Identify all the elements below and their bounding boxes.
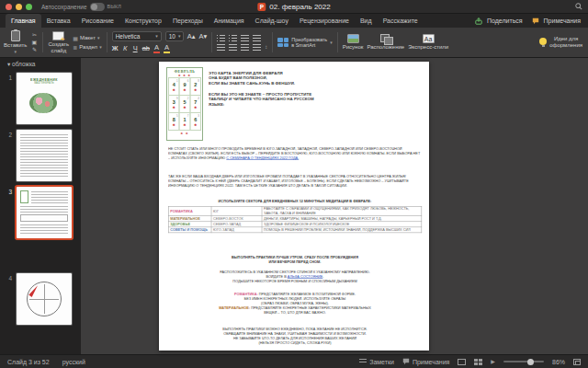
tab-8[interactable]: Рецензирование [294,14,355,28]
decrease-font-button[interactable]: А▾ [198,33,207,40]
ribbon-tab-list: ГлавнаяВставкаРисованиеКонструкторПерехо… [6,14,424,28]
numbering-icon[interactable] [229,35,237,41]
layout-label: Макет [80,35,96,40]
close-window-button[interactable] [6,4,12,10]
increase-indent-icon[interactable] [253,35,261,41]
meditation-table-body: РОМАНТИКАЮГРАБОТАЙТЕ С ОБРАЗАМИ И ОЩУЩЕН… [168,206,421,233]
slide-editing-canvas[interactable]: ФЕВРАЛЬ ✽ ✽ ✽ 41✽96✽28✽39✽52✽74✽85✽17✽63… [81,58,588,354]
tab-2[interactable]: Вставка [41,14,76,28]
new-slide-label: Создать слайд [48,41,69,53]
smartart-button[interactable]: Преобразовать в SmartArt ▾ [277,37,333,48]
layout-button[interactable]: ▦ Макет ▾ [73,35,101,41]
paragraph-2-textbox[interactable]: ТАК ЖЕ ЕСЛИ ВАША ВХОДНАЯ ДВЕРЬ ИЛИ ИЗГОЛ… [168,174,422,199]
paragraph-1-textbox[interactable]: НЕ СТОИТ СПАТЬ ИЛИ МНОГО ПРОВОДИТЬ ВРЕМЕ… [168,146,422,171]
table-title: ИСПОЛЬЗУЙТЕ СЕКТОРА ДЛЯ ЕЖЕДНЕВНЫХ 12 МИ… [168,199,422,203]
slide-number: 3 [2,189,12,195]
font-size-select[interactable]: 10 ▾ [165,31,184,41]
new-slide-button[interactable]: Создать слайд [48,31,69,53]
final-note-textbox[interactable]: ВЫПОЛНЯТЬ ПРАКТИКИ МОЖНО ЕЖЕДНЕВНО, ПОКА… [168,327,422,360]
section-name: обложка [12,61,35,67]
design-ideas-button[interactable]: Идеи для оформления [539,36,584,48]
tab-10[interactable]: Расскажите [378,14,424,28]
font-name-select[interactable]: Helvetica ▾ [112,31,162,41]
energy-card[interactable]: ФЕВРАЛЬ ✽ ✽ ✽ 41✽96✽28✽39✽52✽74✽85✽17✽63… [166,67,203,141]
section-icon: ≣ [73,44,77,51]
picture-button[interactable]: Рисунок [343,34,364,51]
format-painter-icon[interactable]: ✎ [30,47,38,52]
titlebar: Автосохранение ВЫКЛ P 02. февраль 2022 [0,0,588,14]
autosave-toggle[interactable] [90,3,105,11]
slide-thumbnail-panel: ▾ обложка 1 ЕЖЕДНЕВНИК ВАШ ФЕВРАЛЬ 2 3 4 [0,58,81,354]
ribbon-comments-button[interactable]: Примечания [532,14,581,28]
zoom-slider-knob[interactable] [527,359,534,365]
italic-button[interactable]: К [122,45,129,52]
zoom-window-button[interactable] [26,4,32,10]
current-slide[interactable]: ФЕВРАЛЬ ✽ ✽ ✽ 41✽96✽28✽39✽52✽74✽85✽17✽63… [159,62,429,351]
material-label: МАТЕРИАЛЬНОЕ: [219,306,250,310]
comments-icon [532,17,539,25]
slide-thumbnail-4[interactable] [17,273,72,325]
decrease-indent-icon[interactable] [241,35,249,41]
slide-thumbnail-2[interactable] [17,130,72,181]
tendencies-link[interactable]: С СЕМИНАРА О ТЕНДЕНЦИЯХ 2022 ГОДА. [226,156,299,160]
practice-time-text: ВЫПОЛНЯТЬ ПРАКТИКИ ЛУЧШЕ УТРОМ, СРАЗУ ПО… [168,255,422,264]
line-spacing-icon[interactable]: ↕ [265,44,267,50]
arrange-button[interactable]: Расположение [367,34,404,51]
paste-button[interactable]: Вставить ▾ [4,30,27,54]
meditation-table[interactable]: РОМАНТИКАЮГРАБОТАЙТЕ С ОБРАЗАМИ И ОЩУЩЕН… [168,206,422,255]
tab-5[interactable]: Переходы [167,14,209,28]
quick-styles-button[interactable]: Аа Экспресс-стили [408,34,448,51]
picture-icon [347,34,359,43]
cover-flower-image [29,93,57,113]
strikethrough-button[interactable]: ab [142,45,150,52]
justify-icon[interactable] [253,44,261,51]
document-title: 02. февраль 2022 [269,3,330,11]
tab-7[interactable]: Слайд-шоу [250,14,294,28]
copy-icon[interactable]: ▣ [30,40,38,45]
font-color-button[interactable]: А [153,44,160,53]
language-indicator[interactable]: русский [62,359,85,365]
share-button[interactable]: Поделиться [475,14,523,28]
slide-sorter-view-button[interactable] [474,359,482,365]
loshu-cell: 39✽ [169,96,180,113]
slide-thumbnail-3-selected[interactable] [17,187,72,238]
romance-label: РОМАНТИКА: [234,293,258,296]
minimize-window-button[interactable] [16,4,22,10]
intro-textbox[interactable]: ЭТО КАРТА ЭНЕРГИЙ ДЛЯ ФЕВРАЛЯ ОНА БУДЕТ … [209,71,424,138]
bold-button[interactable]: Ж [112,45,119,52]
lightbulb-icon [539,38,547,45]
normal-view-button[interactable] [458,359,466,365]
align-center-icon[interactable] [229,44,237,51]
tab-9[interactable]: Вид [355,14,378,28]
tab-3[interactable]: Рисование [76,14,119,28]
increase-font-button[interactable]: А▴ [187,33,196,40]
tab-4[interactable]: Конструктор [119,14,167,28]
section-header[interactable]: ▾ обложка [7,61,35,68]
zoom-slider[interactable] [503,361,544,362]
slide-number: 4 [2,275,12,282]
search-icon[interactable] [575,3,582,10]
highlight-color-button[interactable]: А [164,44,170,53]
tab-6[interactable]: Анимация [209,14,250,28]
thumbnail-text-lines [20,206,68,213]
section-button[interactable]: ≣ Раздел ▾ [73,44,101,51]
fit-slide-to-window-button[interactable] [573,359,581,365]
alpha-state-link[interactable]: АЛЬФА СОСТОЯНИЕ [288,275,323,279]
bullets-icon[interactable] [217,35,225,41]
autosave-control[interactable]: Автосохранение ВЫКЛ [41,3,121,11]
underline-button[interactable]: Ч [132,45,139,52]
loshu-cell: 17✽ [179,113,190,131]
align-right-icon[interactable] [241,44,249,51]
loshu-cell: 28✽ [190,78,201,96]
new-slide-icon [52,31,64,40]
slide-thumbnail-1[interactable]: ЕЖЕДНЕВНИК ВАШ ФЕВРАЛЬ [17,73,72,124]
thumbnail-card [20,190,28,203]
zoom-level[interactable]: 86% [552,359,565,365]
slideshow-button[interactable]: ▶ [491,359,495,364]
align-left-icon[interactable] [217,44,225,51]
ribbon-toolbar: Вставить ▾ ✂ ▣ ✎ Создать слайд ▦ Макет ▾… [0,28,588,58]
powerpoint-app-icon: P [257,3,266,11]
cut-icon[interactable]: ✂ [30,32,38,38]
tab-1[interactable]: Главная [6,14,41,28]
loshu-cell: 41✽ [169,78,180,96]
